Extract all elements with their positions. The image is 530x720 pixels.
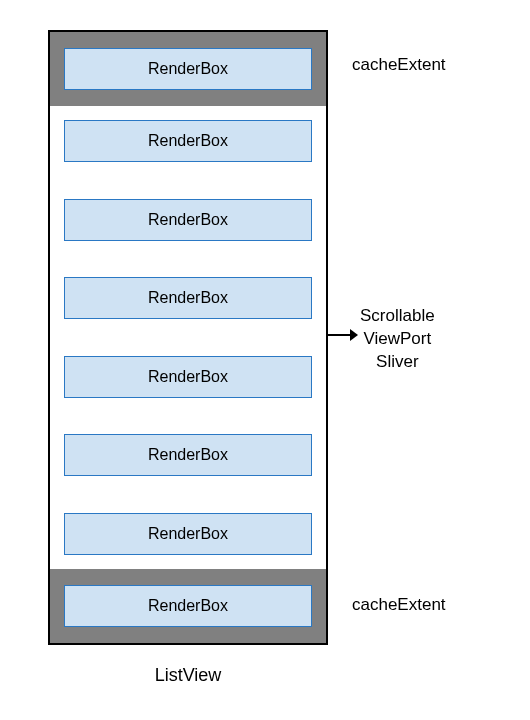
render-box-label: RenderBox [148,525,228,543]
render-box: RenderBox [64,120,312,162]
render-box-label: RenderBox [148,211,228,229]
render-box: RenderBox [64,48,312,90]
render-box: RenderBox [64,199,312,241]
render-box: RenderBox [64,356,312,398]
viewport-label-line: ViewPort [360,328,435,351]
render-box: RenderBox [64,277,312,319]
viewport-label-line: Sliver [360,351,435,374]
cache-extent-top: RenderBox [50,32,326,106]
scrollable-viewport: RenderBox RenderBox RenderBox RenderBox … [50,106,326,569]
svg-marker-1 [350,329,358,341]
render-box-label: RenderBox [148,446,228,464]
render-box-label: RenderBox [148,597,228,615]
render-box-label: RenderBox [148,132,228,150]
render-box: RenderBox [64,585,312,627]
arrow-icon [328,326,358,344]
render-box-label: RenderBox [148,368,228,386]
viewport-label-line: Scrollable [360,305,435,328]
cache-extent-bottom: RenderBox [50,569,326,643]
cache-extent-bottom-label: cacheExtent [352,595,446,615]
render-box: RenderBox [64,513,312,555]
diagram-caption: ListView [48,665,328,686]
viewport-label: Scrollable ViewPort Sliver [360,305,435,374]
render-box-label: RenderBox [148,289,228,307]
cache-extent-top-label: cacheExtent [352,55,446,75]
render-box: RenderBox [64,434,312,476]
listview-container: RenderBox RenderBox RenderBox RenderBox … [48,30,328,645]
render-box-label: RenderBox [148,60,228,78]
